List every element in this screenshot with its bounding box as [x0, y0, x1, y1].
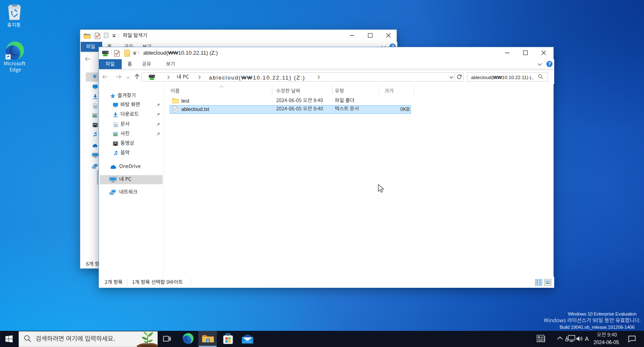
- svg-text:?: ?: [548, 61, 551, 66]
